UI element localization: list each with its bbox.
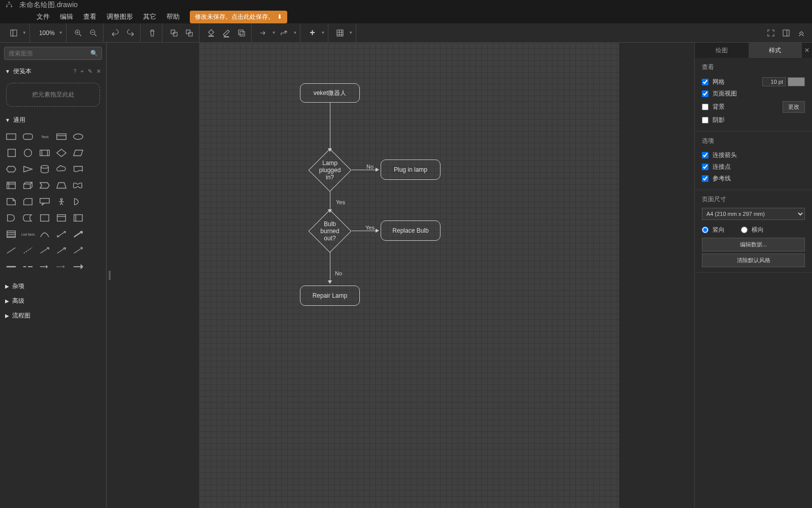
close-panel-button[interactable]: ✕ bbox=[802, 43, 812, 58]
shape-cube[interactable] bbox=[21, 178, 36, 193]
shape-list[interactable] bbox=[4, 227, 19, 241]
chevron-down-icon[interactable]: ▼ bbox=[22, 30, 26, 35]
chevron-down-icon[interactable]: ▼ bbox=[272, 30, 276, 35]
shape-thin-arrow[interactable] bbox=[54, 243, 69, 258]
shadow-checkbox[interactable] bbox=[702, 117, 708, 123]
shape-textbox[interactable] bbox=[54, 130, 69, 144]
redo-button[interactable] bbox=[124, 26, 137, 40]
shadow-button[interactable] bbox=[235, 26, 248, 40]
chevron-down-icon[interactable]: ▼ bbox=[293, 30, 297, 35]
fullscreen-button[interactable] bbox=[764, 26, 777, 40]
section-misc[interactable]: ▶ 杂项 bbox=[0, 279, 106, 294]
shape-text[interactable]: Text bbox=[38, 130, 52, 144]
shape-tape[interactable] bbox=[71, 178, 85, 193]
chevron-down-icon[interactable]: ▼ bbox=[321, 30, 325, 35]
shape-link5[interactable] bbox=[71, 260, 85, 274]
shape-rounded-rect[interactable] bbox=[21, 130, 36, 144]
search-input[interactable] bbox=[4, 47, 102, 60]
background-checkbox[interactable] bbox=[702, 104, 708, 110]
shape-actor[interactable] bbox=[54, 195, 69, 209]
edit-data-button[interactable]: 编辑数据... bbox=[702, 238, 805, 251]
chevron-down-icon[interactable]: ▼ bbox=[349, 30, 353, 35]
zoom-out-button[interactable] bbox=[87, 26, 100, 40]
shape-open-arrow[interactable] bbox=[71, 243, 85, 258]
shape-h-container[interactable] bbox=[54, 211, 69, 225]
format-panel-button[interactable] bbox=[780, 26, 793, 40]
paper-size-select[interactable]: A4 (210 mm x 297 mm) bbox=[702, 208, 805, 220]
shape-card[interactable] bbox=[21, 195, 36, 209]
shape-list-item[interactable]: List Item bbox=[21, 227, 36, 241]
node-repair[interactable]: Repair Lamp bbox=[300, 285, 360, 306]
scratchpad-dropzone[interactable]: 把元素拖至此处 bbox=[6, 83, 100, 107]
pageview-checkbox[interactable] bbox=[702, 90, 708, 97]
shape-step[interactable] bbox=[38, 178, 52, 193]
menu-other[interactable]: 其它 bbox=[138, 10, 161, 23]
shape-arrow[interactable] bbox=[71, 227, 85, 241]
conn-points-checkbox[interactable] bbox=[702, 164, 708, 170]
shape-link3[interactable] bbox=[38, 260, 52, 274]
guides-checkbox[interactable] bbox=[702, 175, 708, 182]
shape-or[interactable] bbox=[71, 195, 85, 209]
shape-container[interactable] bbox=[38, 211, 52, 225]
shape-link4[interactable] bbox=[54, 260, 69, 274]
save-banner[interactable]: 修改未保存。点击此处保存。 ⬇ bbox=[190, 11, 287, 23]
shape-cylinder[interactable] bbox=[38, 162, 52, 176]
node-plug[interactable]: Plug in lamp bbox=[381, 160, 441, 180]
edge[interactable] bbox=[330, 252, 330, 281]
close-icon[interactable]: ✕ bbox=[96, 68, 101, 75]
shape-parallelogram[interactable] bbox=[71, 146, 85, 160]
collapse-button[interactable] bbox=[795, 26, 808, 40]
table-button[interactable] bbox=[333, 26, 347, 40]
edge-label-yes[interactable]: Yes bbox=[365, 225, 375, 231]
search-icon[interactable]: 🔍 bbox=[90, 50, 98, 57]
to-back-button[interactable] bbox=[183, 26, 196, 40]
shape-internal-storage[interactable] bbox=[4, 178, 19, 193]
edge-label-yes[interactable]: Yes bbox=[336, 199, 345, 205]
to-front-button[interactable] bbox=[167, 26, 181, 40]
shape-dashed-line[interactable] bbox=[21, 243, 36, 258]
shape-data-storage[interactable] bbox=[21, 211, 36, 225]
fill-color-button[interactable] bbox=[205, 26, 218, 40]
insert-button[interactable]: + bbox=[306, 26, 319, 40]
shape-curve[interactable] bbox=[38, 227, 52, 241]
help-icon[interactable]: ? bbox=[73, 68, 76, 75]
shape-bidir-arrow[interactable] bbox=[54, 227, 69, 241]
menu-help[interactable]: 帮助 bbox=[161, 10, 185, 23]
portrait-radio[interactable] bbox=[702, 227, 708, 233]
waypoint-button[interactable] bbox=[278, 26, 291, 40]
shape-hexagon[interactable] bbox=[4, 162, 19, 176]
shape-trapezoid[interactable] bbox=[54, 178, 69, 193]
shape-link2[interactable] bbox=[21, 260, 36, 274]
tab-style[interactable]: 样式 bbox=[749, 43, 802, 58]
section-scratchpad[interactable]: ▼ 便笺本 ? + ✎ ✕ bbox=[0, 64, 106, 79]
shape-triangle[interactable] bbox=[21, 162, 36, 176]
shape-rect[interactable] bbox=[4, 130, 19, 144]
section-advanced[interactable]: ▶ 高级 bbox=[0, 294, 106, 308]
undo-button[interactable] bbox=[109, 26, 122, 40]
shape-ellipse[interactable] bbox=[71, 130, 85, 144]
grid-size-input[interactable] bbox=[762, 77, 786, 86]
shape-v-container[interactable] bbox=[71, 211, 85, 225]
edge[interactable] bbox=[330, 192, 330, 210]
edge-label-no[interactable]: No bbox=[366, 164, 374, 170]
tab-diagram[interactable]: 绘图 bbox=[695, 43, 749, 58]
grid-checkbox[interactable] bbox=[702, 79, 708, 85]
document-title[interactable]: 未命名绘图.drawio bbox=[19, 1, 78, 10]
add-icon[interactable]: + bbox=[81, 68, 84, 75]
shape-line-thin-arrow[interactable] bbox=[38, 243, 52, 258]
shape-process[interactable] bbox=[38, 146, 52, 160]
landscape-radio[interactable] bbox=[741, 227, 748, 233]
shape-note[interactable] bbox=[4, 195, 19, 209]
conn-arrows-checkbox[interactable] bbox=[702, 152, 708, 158]
edge[interactable] bbox=[352, 231, 376, 231]
chevron-down-icon[interactable]: ▼ bbox=[59, 30, 63, 35]
section-flowchart[interactable]: ▶ 流程图 bbox=[0, 308, 106, 323]
section-general[interactable]: ▼ 通用 bbox=[0, 113, 106, 128]
shape-document[interactable] bbox=[71, 162, 85, 176]
shape-line[interactable] bbox=[4, 243, 19, 258]
menu-file[interactable]: 文件 bbox=[31, 10, 55, 23]
view-mode-button[interactable] bbox=[7, 26, 20, 40]
edge-label-no[interactable]: No bbox=[335, 270, 342, 276]
left-splitter[interactable] bbox=[107, 43, 112, 508]
edit-icon[interactable]: ✎ bbox=[88, 68, 92, 75]
